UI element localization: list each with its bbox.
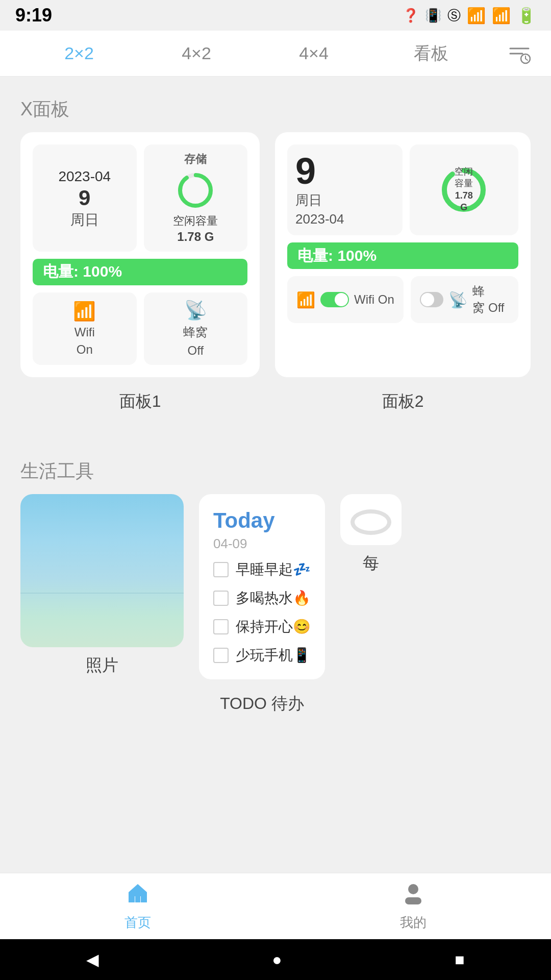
nav-home-label: 首页 [124, 914, 151, 932]
photo-horizon-line [20, 593, 184, 594]
panel2-battery-bar: 电量: 100% [287, 242, 518, 269]
panel2-label: 面板2 [275, 390, 531, 413]
todo-label-0: 早睡早起💤 [236, 560, 311, 579]
panel1-top-row: 2023-04 9 周日 存储 空闲容量 1.78 [33, 144, 247, 252]
panel1-toggle-row: 📶 Wifi On 📡 蜂窝 Off [33, 292, 247, 365]
panel2-top-row: 9 周日 2023-04 空闲容量 1.78 G [287, 144, 518, 235]
todo-item-1[interactable]: 多喝热水🔥 [213, 589, 311, 608]
panel2-date: 2023-04 [295, 211, 344, 227]
life-tools-title: 生活工具 [0, 438, 551, 494]
photo-label: 照片 [86, 654, 118, 677]
panel2-weekday: 周日 [295, 191, 322, 209]
todo-date: 04-09 [213, 536, 311, 552]
panel2-wifi-switch[interactable] [320, 292, 349, 307]
flex-spacer [0, 730, 551, 873]
android-back-btn[interactable]: ◀ [86, 950, 99, 969]
status-icons: ❓ 📳 Ⓢ 📶 📶 🔋 [403, 7, 536, 24]
panel1-cellular-label: 蜂窝 [183, 324, 208, 340]
todo-card: Today 04-09 早睡早起💤 多喝热水🔥 保持开心😊 少玩手机📱 [199, 494, 325, 679]
panel2-day-num: 9 [295, 153, 316, 189]
panel1-donut [175, 170, 216, 211]
panel1-wrapper: 2023-04 9 周日 存储 空闲容量 1.78 [20, 132, 260, 413]
tab-2x2[interactable]: 2×2 [20, 38, 138, 68]
x-panel-title: X面板 [0, 77, 551, 132]
panel1-cellular-icon: 📡 [184, 300, 207, 321]
tab-kanban[interactable]: 看板 [372, 37, 490, 70]
panel1-date-year: 2023-04 [58, 166, 111, 186]
todo-items: 早睡早起💤 多喝热水🔥 保持开心😊 少玩手机📱 [213, 560, 311, 665]
tools-grid: 照片 Today 04-09 早睡早起💤 多喝热水🔥 保持开心😊 [0, 494, 551, 730]
partial-label: 每 [340, 552, 402, 575]
todo-item-0[interactable]: 早睡早起💤 [213, 560, 311, 579]
todo-item-3[interactable]: 少玩手机📱 [213, 646, 311, 665]
home-icon [126, 881, 150, 911]
todo-checkbox-3[interactable] [213, 648, 229, 663]
panel1-cellular-status: Off [188, 344, 204, 358]
status-bar: 9:19 ❓ 📳 Ⓢ 📶 📶 🔋 [0, 0, 551, 31]
panel2-cellular-icon: 📡 [448, 291, 467, 309]
panel2-toggle-row: 📶 Wifi On 📡 蜂窝 Off [287, 276, 518, 323]
panel2-wrapper: 9 周日 2023-04 空闲容量 1.78 G [275, 132, 531, 413]
panel2-wifi-box[interactable]: 📶 Wifi On [287, 276, 404, 323]
svg-rect-11 [405, 897, 421, 904]
panel1-card: 2023-04 9 周日 存储 空闲容量 1.78 [20, 132, 260, 377]
todo-checkbox-1[interactable] [213, 591, 229, 606]
nav-home[interactable]: 首页 [0, 881, 276, 932]
panel2-storage-box: 空闲容量 1.78 G [410, 144, 518, 235]
panel1-wifi-label: Wifi [74, 325, 95, 339]
photo-sea-bg [20, 494, 184, 647]
todo-label-3: 少玩手机📱 [236, 646, 311, 665]
photo-card[interactable] [20, 494, 184, 647]
partial-circle [350, 509, 391, 535]
s-icon: Ⓢ [447, 7, 461, 24]
panel2-donut: 空闲容量 1.78 G [438, 164, 489, 215]
history-icon-wrap[interactable] [490, 42, 531, 65]
android-nav-bar: ◀ ● ■ [0, 939, 551, 980]
todo-wrapper: Today 04-09 早睡早起💤 多喝热水🔥 保持开心😊 少玩手机📱 [199, 494, 325, 715]
history-clock-icon [508, 42, 531, 65]
spacer1 [0, 423, 551, 438]
panel1-cellular-box[interactable]: 📡 蜂窝 Off [144, 292, 248, 365]
todo-checkbox-2[interactable] [213, 619, 229, 634]
panel1-storage-free-label: 空闲容量 1.78 G [173, 214, 218, 244]
todo-title: Today [213, 508, 311, 533]
nav-profile[interactable]: 我的 [276, 881, 551, 932]
panel2-cellular-box[interactable]: 📡 蜂窝 Off [411, 276, 518, 323]
panel1-storage-label: 存储 [184, 152, 207, 167]
sim-icon: 📳 [425, 8, 441, 23]
todo-label-2: 保持开心😊 [236, 617, 311, 636]
panel1-storage-box: 存储 空闲容量 1.78 G [144, 144, 248, 252]
panel-grid: 2023-04 9 周日 存储 空闲容量 1.78 [0, 132, 551, 423]
partial-card [340, 494, 402, 545]
panel1-weekday: 周日 [70, 210, 99, 230]
wifi-question-icon: ❓ [403, 8, 419, 23]
panel2-cellular-switch[interactable] [420, 292, 444, 307]
photo-wrap: 照片 [20, 494, 184, 715]
svg-point-6 [180, 175, 211, 206]
panel2-donut-label: 空闲容量 1.78 G [451, 166, 477, 214]
wifi-icon: 📶 [467, 7, 486, 24]
tab-4x4[interactable]: 4×4 [255, 38, 372, 68]
android-home-btn[interactable]: ● [272, 950, 282, 969]
todo-card-label: TODO 待办 [199, 693, 325, 715]
todo-item-2[interactable]: 保持开心😊 [213, 617, 311, 636]
panel2-wifi-label: Wifi On [354, 292, 394, 307]
panel1-date-box: 2023-04 9 周日 [33, 144, 137, 252]
svg-rect-9 [135, 896, 140, 902]
panel1-wifi-box[interactable]: 📶 Wifi On [33, 292, 137, 365]
panel1-battery-bar: 电量: 100% [33, 259, 247, 285]
svg-point-10 [408, 884, 418, 894]
panel1-wifi-status: On [77, 342, 93, 357]
partial-wrapper: 每 [340, 494, 402, 715]
tab-4x2[interactable]: 4×2 [138, 38, 255, 68]
bottom-nav: 首页 我的 [0, 873, 551, 939]
todo-label-1: 多喝热水🔥 [236, 589, 311, 608]
panel1-label: 面板1 [20, 390, 260, 413]
android-recents-btn[interactable]: ■ [455, 950, 464, 969]
panel2-cellular-label: 蜂窝 Off [472, 283, 509, 316]
svg-line-4 [525, 59, 528, 60]
signal-icon: 📶 [492, 7, 511, 24]
nav-profile-label: 我的 [400, 914, 427, 932]
todo-checkbox-0[interactable] [213, 562, 229, 577]
tab-bar: 2×2 4×2 4×4 看板 [0, 31, 551, 77]
